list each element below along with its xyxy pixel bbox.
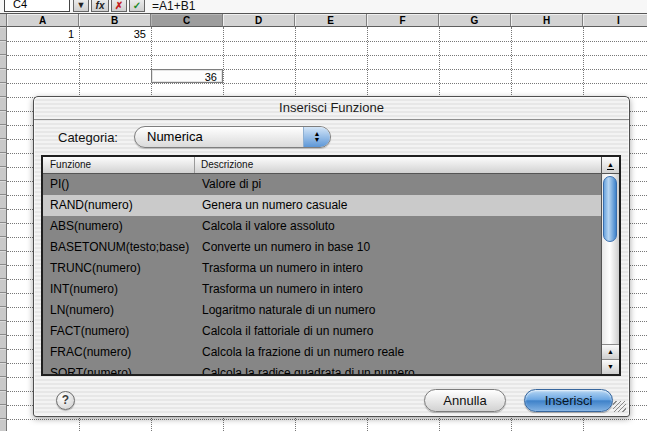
column-header-f[interactable]: F (367, 14, 439, 27)
cancel-button[interactable]: Annulla (424, 389, 506, 412)
list-scrollbar[interactable]: ▲ ▼ (601, 174, 619, 374)
function-name: ABS(numero) (43, 216, 196, 237)
list-item[interactable]: LN(numero) Logaritmo naturale di un nume… (43, 300, 601, 321)
scroll-up-icon: ▲ (607, 348, 614, 355)
grid-hline (7, 41, 647, 42)
row-headers[interactable] (0, 27, 7, 431)
category-popup-value: Numerica (147, 127, 203, 147)
function-description: Logaritmo naturale di un numero (196, 300, 601, 321)
column-header-a[interactable]: A (7, 14, 79, 27)
column-headers: A B C D E F G H I (0, 13, 647, 27)
cell-reference-box[interactable]: C4 (4, 0, 70, 12)
cell-B1[interactable]: 35 (79, 27, 151, 41)
list-item[interactable]: BASETONUM(testo;base) Converte un numero… (43, 237, 601, 258)
column-header-d[interactable]: D (223, 14, 295, 27)
formula-input[interactable]: =A1+B1 (152, 0, 195, 12)
accept-entry-button[interactable]: ✓ (129, 0, 145, 12)
list-item[interactable]: SQRT(numero) Calcola la radice quadrata … (43, 363, 601, 374)
grid-hline (7, 83, 647, 84)
category-popup[interactable]: Numerica ▲ ▼ (134, 126, 331, 148)
select-all-corner[interactable] (0, 14, 7, 27)
function-name: FRAC(numero) (43, 342, 196, 363)
chevron-down-icon: ▼ (77, 0, 86, 11)
scrollbar-arrows: ▲ ▼ (602, 344, 619, 374)
function-name: LN(numero) (43, 300, 196, 321)
column-header-g[interactable]: G (439, 14, 511, 27)
list-item[interactable]: INT(numero) Trasforma un numero in inter… (43, 279, 601, 300)
sort-icon: ▲ (607, 161, 614, 170)
function-name: PI() (43, 174, 196, 195)
popup-arrows-icon: ▲ ▼ (303, 127, 330, 147)
popup-down-arrow-icon: ▼ (314, 137, 321, 143)
function-list-body: PI() Valore di pi RAND(numero) Genera un… (43, 174, 619, 374)
grid-hline (7, 419, 647, 420)
sort-order-button[interactable]: ▲ (601, 157, 619, 173)
function-rows: PI() Valore di pi RAND(numero) Genera un… (43, 174, 601, 374)
grid-hline (7, 55, 647, 56)
function-name: TRUNC(numero) (43, 258, 196, 279)
function-name: FACT(numero) (43, 321, 196, 342)
scroll-down-button[interactable]: ▼ (602, 359, 619, 374)
cancel-x-icon: ✗ (115, 0, 123, 11)
function-description: Calcola la frazione di un numero reale (196, 342, 601, 363)
function-description: Calcola la radice quadrata di un numero (196, 363, 601, 374)
cancel-entry-button[interactable]: ✗ (111, 0, 127, 12)
function-description: Valore di pi (196, 174, 601, 195)
list-item[interactable]: PI() Valore di pi (43, 174, 601, 195)
function-description: Trasforma un numero in intero (196, 279, 601, 300)
function-description: Converte un numero in base 10 (196, 237, 601, 258)
formula-bar: C4 ▼ fx ✗ ✓ =A1+B1 (0, 0, 647, 13)
column-header-h[interactable]: H (511, 14, 583, 27)
function-list: Funzione Descrizione ▲ PI() Valore di pi… (41, 155, 621, 376)
scroll-up-button[interactable]: ▲ (602, 344, 619, 359)
insert-button[interactable]: Inserisci (524, 389, 613, 412)
fx-icon: fx (96, 0, 105, 11)
column-header-e[interactable]: E (295, 14, 367, 27)
list-item[interactable]: TRUNC(numero) Trasforma un numero in int… (43, 258, 601, 279)
scroll-down-icon: ▼ (607, 363, 614, 370)
cell-reference-dropdown-button[interactable]: ▼ (73, 0, 89, 12)
column-header-i[interactable]: I (583, 14, 647, 27)
grid-hline (7, 69, 647, 70)
function-name: BASETONUM(testo;base) (43, 237, 196, 258)
list-item[interactable]: ABS(numero) Calcola il valore assoluto (43, 216, 601, 237)
function-description: Trasforma un numero in intero (196, 258, 601, 279)
insert-function-button[interactable]: fx (91, 0, 109, 12)
function-description: Calcola il valore assoluto (196, 216, 601, 237)
function-description: Genera un numero casuale (196, 195, 601, 216)
column-header-c[interactable]: C (151, 14, 223, 27)
function-list-header: Funzione Descrizione ▲ (43, 157, 619, 174)
checkmark-icon: ✓ (133, 0, 141, 11)
function-name: SQRT(numero) (43, 363, 196, 374)
insert-function-dialog: Inserisci Funzione Categoria: Numerica ▲… (33, 96, 630, 417)
list-item[interactable]: FACT(numero) Calcola il fattoriale di un… (43, 321, 601, 342)
cell-A1[interactable]: 1 (7, 27, 79, 41)
column-header-b[interactable]: B (79, 14, 151, 27)
cell-C4-selected[interactable]: 36 (151, 69, 223, 83)
help-button[interactable]: ? (56, 391, 75, 410)
dialog-title-bar[interactable]: Inserisci Funzione (34, 97, 629, 120)
resize-grip[interactable] (613, 401, 626, 412)
dialog-title: Inserisci Funzione (34, 97, 629, 119)
list-item-selected[interactable]: RAND(numero) Genera un numero casuale (43, 195, 601, 216)
function-name: RAND(numero) (43, 195, 196, 216)
category-label: Categoria: (58, 130, 118, 145)
scrollbar-thumb[interactable] (603, 176, 617, 242)
function-description: Calcola il fattoriale di un numero (196, 321, 601, 342)
header-funzione[interactable]: Funzione (43, 157, 195, 173)
header-descrizione[interactable]: Descrizione (195, 157, 601, 173)
function-name: INT(numero) (43, 279, 196, 300)
list-item[interactable]: FRAC(numero) Calcola la frazione di un n… (43, 342, 601, 363)
